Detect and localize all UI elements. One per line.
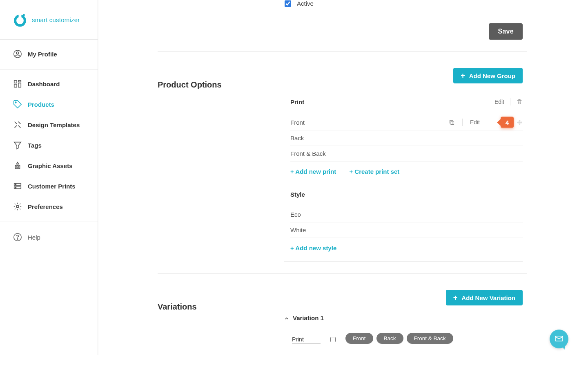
variation-pill-row: Front Back Front & Back <box>345 333 453 344</box>
chevron-up-icon <box>284 314 290 321</box>
assets-icon <box>13 161 22 170</box>
sidebar-item-graphic-assets[interactable]: Graphic Assets <box>0 155 98 176</box>
option-group-title: Style <box>290 191 305 198</box>
option-row[interactable]: Front Edit <box>290 114 523 130</box>
step-badge: 4 <box>501 117 514 128</box>
mail-icon <box>554 334 564 345</box>
section-variations: Variations + Add New Variation Variation… <box>158 286 527 344</box>
option-row[interactable]: Back <box>290 130 523 146</box>
brand-name: smart customizer <box>32 16 80 23</box>
brand-logo-icon <box>13 12 27 27</box>
add-new-style-link[interactable]: + Add new style <box>290 245 336 251</box>
add-new-variation-label: Add New Variation <box>461 294 515 301</box>
svg-rect-14 <box>16 184 16 185</box>
variation-pill[interactable]: Front <box>345 333 373 344</box>
svg-point-9 <box>15 102 16 103</box>
add-new-variation-button[interactable]: + Add New Variation <box>446 290 523 305</box>
add-new-group-label: Add New Group <box>469 72 515 79</box>
sidebar-item-label: My Profile <box>28 51 57 58</box>
sidebar-item-products[interactable]: Products <box>0 94 98 114</box>
save-button[interactable]: Save <box>489 23 523 40</box>
variation-pill[interactable]: Back <box>376 333 403 344</box>
option-row[interactable]: Front & Back <box>290 146 523 162</box>
section-product-options: Product Options + Add New Group Print Ed… <box>158 64 527 262</box>
plus-icon: + <box>461 72 465 79</box>
main-content: Active Save Product Options + Add New Gr… <box>98 0 588 360</box>
sidebar-item-design-templates[interactable]: Design Templates <box>0 114 98 135</box>
section-title-variations: Variations <box>158 302 264 312</box>
svg-rect-6 <box>18 81 21 82</box>
plus-icon: + <box>453 294 458 301</box>
option-group-style: Style Eco White + Add new style <box>284 185 523 262</box>
variation-attr-select[interactable]: Print <box>292 336 321 344</box>
option-row[interactable]: White <box>290 222 523 238</box>
sidebar: smart customizer My Profile Dashboard <box>0 0 98 355</box>
group-edit-link[interactable]: Edit <box>494 99 504 105</box>
option-group-print: Print Edit Front <box>284 92 523 185</box>
trash-icon[interactable] <box>516 99 523 105</box>
brand-logo-row: smart customizer <box>0 0 98 40</box>
chat-fab[interactable] <box>550 330 568 348</box>
svg-rect-20 <box>555 336 563 341</box>
active-checkbox-row: Active <box>285 0 523 7</box>
prints-icon <box>13 182 22 191</box>
sidebar-item-label: Customer Prints <box>28 183 76 190</box>
option-group-title: Print <box>290 99 304 105</box>
svg-point-18 <box>17 239 18 240</box>
svg-rect-15 <box>16 187 16 188</box>
svg-marker-10 <box>14 142 21 149</box>
option-row[interactable]: Eco <box>290 207 523 222</box>
duplicate-icon[interactable] <box>449 119 455 126</box>
option-label: White <box>290 227 306 233</box>
dashboard-icon <box>13 79 22 88</box>
svg-point-4 <box>16 52 19 54</box>
sidebar-item-customer-prints[interactable]: Customer Prints <box>0 176 98 196</box>
tools-icon <box>13 120 22 129</box>
option-label: Eco <box>290 211 301 218</box>
sidebar-item-dashboard[interactable]: Dashboard <box>0 74 98 94</box>
create-print-set-link[interactable]: + Create print set <box>349 168 399 175</box>
svg-rect-5 <box>14 81 17 83</box>
sidebar-item-label: Products <box>28 101 54 108</box>
sidebar-item-help[interactable]: Help <box>0 227 98 247</box>
help-icon <box>13 233 22 242</box>
section-divider <box>158 51 527 52</box>
sidebar-divider <box>0 222 98 222</box>
tag-icon <box>13 100 22 109</box>
separator <box>510 98 510 105</box>
sidebar-item-tags[interactable]: Tags <box>0 135 98 155</box>
section-divider <box>158 273 527 274</box>
svg-rect-8 <box>14 84 17 87</box>
filter-icon <box>13 141 22 150</box>
row-edit-link[interactable]: Edit <box>470 119 480 126</box>
drag-handle-icon[interactable] <box>517 119 523 126</box>
add-new-group-button[interactable]: + Add New Group <box>453 68 523 83</box>
svg-point-2 <box>23 14 25 16</box>
svg-point-11 <box>17 166 18 168</box>
option-label: Back <box>290 135 304 141</box>
svg-rect-1 <box>19 13 22 18</box>
sidebar-item-label: Tags <box>28 142 42 149</box>
variation-pill[interactable]: Front & Back <box>407 333 453 344</box>
svg-point-16 <box>16 205 19 208</box>
sidebar-item-label: Help <box>28 234 40 241</box>
sidebar-item-label: Dashboard <box>28 81 60 88</box>
variation-title: Variation 1 <box>293 314 324 321</box>
active-label: Active <box>297 0 314 7</box>
sidebar-item-label: Preferences <box>28 203 63 210</box>
section-title-product-options: Product Options <box>158 80 264 90</box>
svg-rect-7 <box>18 83 21 87</box>
sidebar-item-preferences[interactable]: Preferences <box>0 196 98 217</box>
variation-toggle[interactable]: Variation 1 <box>284 314 523 321</box>
separator <box>462 119 463 126</box>
add-new-print-link[interactable]: + Add new print <box>290 168 336 175</box>
option-label: Front & Back <box>290 150 326 157</box>
option-label: Front <box>290 119 305 126</box>
sidebar-item-label: Graphic Assets <box>28 162 73 169</box>
variation-attr-checkbox[interactable] <box>330 337 336 342</box>
active-checkbox[interactable] <box>285 0 291 7</box>
sidebar-item-label: Design Templates <box>28 121 80 128</box>
user-circle-icon <box>13 49 22 58</box>
variation-body: Print Front Back Front & Back <box>284 321 523 344</box>
sidebar-item-my-profile[interactable]: My Profile <box>0 44 98 64</box>
